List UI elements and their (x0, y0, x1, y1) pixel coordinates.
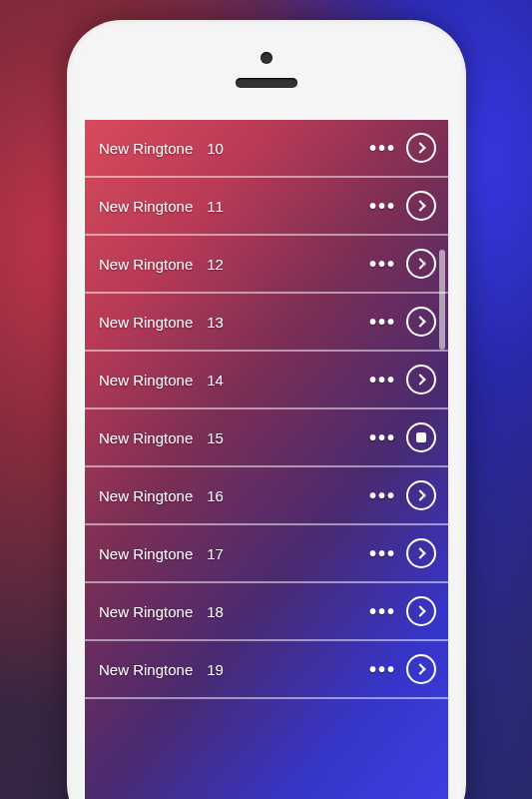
ringtone-label: New Ringtone (99, 372, 193, 389)
scroll-indicator[interactable] (439, 250, 445, 350)
screen: New Ringtone10•••New Ringtone11•••New Ri… (85, 120, 448, 799)
list-item[interactable]: New Ringtone11••• (85, 178, 448, 236)
more-icon[interactable]: ••• (369, 370, 396, 390)
list-item[interactable]: New Ringtone16••• (85, 467, 448, 525)
ringtone-number: 16 (207, 487, 369, 504)
chevron-right-icon (414, 258, 425, 269)
ringtone-label: New Ringtone (99, 256, 193, 273)
chevron-right-icon (414, 142, 425, 153)
list-item[interactable]: New Ringtone13••• (85, 294, 448, 352)
more-icon[interactable]: ••• (369, 601, 396, 621)
ringtone-number: 13 (207, 314, 369, 331)
chevron-right-icon (414, 605, 425, 616)
list-item[interactable]: New Ringtone12••• (85, 236, 448, 294)
more-icon[interactable]: ••• (369, 138, 396, 158)
play-button[interactable] (406, 307, 436, 337)
play-button[interactable] (406, 191, 436, 221)
play-button[interactable] (406, 654, 436, 684)
more-icon[interactable]: ••• (369, 485, 396, 505)
play-button[interactable] (406, 249, 436, 279)
more-icon[interactable]: ••• (369, 312, 396, 332)
ringtone-number: 17 (207, 545, 369, 562)
chevron-right-icon (414, 663, 425, 674)
ringtone-label: New Ringtone (99, 198, 193, 215)
play-button[interactable] (406, 538, 436, 568)
ringtone-label: New Ringtone (99, 314, 193, 331)
ringtone-number: 15 (207, 429, 369, 446)
ringtone-label: New Ringtone (99, 429, 193, 446)
list-item[interactable]: New Ringtone14••• (85, 352, 448, 409)
ringtone-list[interactable]: New Ringtone10•••New Ringtone11•••New Ri… (85, 120, 448, 699)
ringtone-label: New Ringtone (99, 603, 193, 620)
ringtone-number: 12 (207, 256, 369, 273)
ringtone-label: New Ringtone (99, 661, 193, 678)
chevron-right-icon (414, 200, 425, 211)
list-item[interactable]: New Ringtone17••• (85, 525, 448, 583)
list-item[interactable]: New Ringtone15••• (85, 409, 448, 467)
more-icon[interactable]: ••• (369, 196, 396, 216)
ringtone-number: 18 (207, 603, 369, 620)
ringtone-number: 19 (207, 661, 369, 678)
stop-button[interactable] (406, 422, 436, 452)
ringtone-number: 14 (207, 372, 369, 389)
play-button[interactable] (406, 133, 436, 163)
more-icon[interactable]: ••• (369, 427, 396, 447)
ringtone-number: 11 (207, 198, 369, 215)
phone-hardware-top (67, 20, 466, 120)
more-icon[interactable]: ••• (369, 659, 396, 679)
chevron-right-icon (414, 374, 425, 385)
chevron-right-icon (414, 316, 425, 327)
list-item[interactable]: New Ringtone10••• (85, 120, 448, 178)
play-button[interactable] (406, 596, 436, 626)
phone-frame: New Ringtone10•••New Ringtone11•••New Ri… (67, 20, 466, 799)
ringtone-label: New Ringtone (99, 140, 193, 157)
more-icon[interactable]: ••• (369, 543, 396, 563)
play-button[interactable] (406, 480, 436, 510)
ringtone-number: 10 (207, 140, 369, 157)
phone-speaker-icon (236, 78, 297, 88)
phone-camera-icon (261, 52, 272, 64)
more-icon[interactable]: ••• (369, 254, 396, 274)
ringtone-label: New Ringtone (99, 545, 193, 562)
list-item[interactable]: New Ringtone18••• (85, 583, 448, 641)
ringtone-label: New Ringtone (99, 487, 193, 504)
stop-icon (416, 432, 426, 442)
list-item[interactable]: New Ringtone19••• (85, 641, 448, 699)
chevron-right-icon (414, 489, 425, 500)
play-button[interactable] (406, 365, 436, 395)
chevron-right-icon (414, 547, 425, 558)
